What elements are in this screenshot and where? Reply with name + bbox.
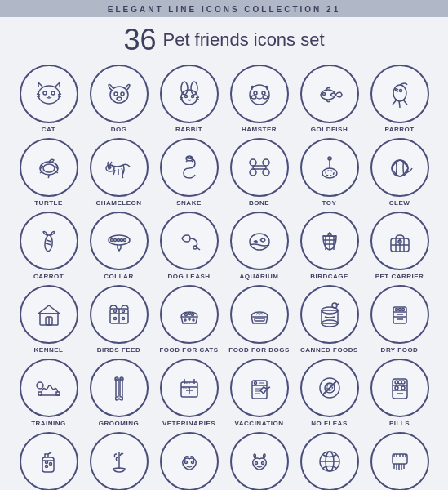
svg-point-42 [187,157,189,158]
icon-dog: DOG [86,65,153,133]
svg-point-44 [250,159,256,166]
svg-point-54 [392,160,408,176]
svg-point-45 [263,159,269,166]
icon-vaccination: VACCINATION [226,359,293,427]
svg-point-68 [193,246,197,249]
icons-grid: CAT DOG [7,61,441,490]
svg-point-1 [43,91,47,95]
svg-point-28 [393,85,406,101]
svg-point-27 [322,93,325,96]
svg-line-69 [197,247,200,250]
svg-rect-48 [253,166,266,169]
icon-wool-brushes: WOOL BRUSHES [366,432,433,490]
icon-carrot: CARROT [16,212,82,280]
icon-rabbit: RABBIT [156,65,223,133]
svg-point-23 [262,91,265,95]
icon-birds-feed: BIRDS FEED [86,285,153,354]
svg-point-114 [395,309,397,311]
svg-point-29 [399,90,401,92]
svg-line-3 [37,94,40,95]
icon-should-dogs: SHOULD DOGS [156,432,223,490]
svg-point-25 [263,96,268,99]
svg-point-93 [113,310,116,313]
icon-aquarium: AQUARIUM [226,212,293,280]
icon-veterinaries: VET HELP. VETERINARIES [156,359,223,427]
svg-point-65 [117,239,119,242]
svg-text:VET: VET [183,380,191,385]
icon-grooming: GROOMING [86,359,153,427]
top-bar: ELEGANT LINE ICONS COLLECTION 21 [0,0,448,17]
svg-point-47 [263,169,269,176]
svg-point-98 [184,314,187,316]
icon-food-for-cats: FOOD FOR CATS [156,285,223,354]
svg-rect-105 [255,318,264,321]
svg-point-99 [188,313,190,315]
icon-no-fleas: NO FLEAS [296,359,363,427]
svg-line-19 [196,97,199,98]
svg-point-63 [110,239,113,242]
svg-point-15 [184,96,187,98]
svg-point-151 [401,386,405,390]
icon-training: TRAINING [16,359,82,427]
svg-point-22 [254,91,257,95]
icon-food-for-dogs: FOOD FOR DOGS [226,285,293,354]
svg-point-163 [261,462,264,465]
svg-point-96 [122,318,124,320]
svg-point-0 [38,86,60,104]
svg-line-154 [48,452,51,454]
icon-cleaning: CLEANING [86,432,153,490]
svg-point-2 [51,91,55,95]
svg-line-40 [122,168,123,173]
icon-turtle: TURTLE [16,138,82,207]
svg-point-70 [250,234,269,250]
svg-line-5 [58,94,61,95]
title-text: Pet friends icons set [162,30,324,50]
icon-bone: BONE [226,138,293,207]
svg-point-162 [255,462,257,465]
icon-parrot: PARROT [366,65,433,133]
svg-point-43 [190,157,192,158]
svg-point-24 [251,96,256,99]
svg-point-150 [395,386,398,390]
svg-point-149 [401,381,405,384]
svg-point-16 [191,96,193,98]
svg-point-9 [114,92,118,96]
svg-point-103 [193,319,194,321]
svg-point-12 [181,90,197,105]
icon-clew: CLEW [366,138,433,207]
icon-chameleon: CHAMELEON [86,138,153,207]
icon-birdcage: BIRDCAGE [296,212,363,280]
svg-point-101 [184,319,186,321]
svg-line-55 [47,240,51,242]
svg-marker-86 [38,305,60,314]
svg-line-110 [335,304,339,305]
icon-cat: CAT [16,65,82,133]
svg-point-94 [122,310,124,313]
svg-point-67 [123,239,126,242]
svg-point-139 [254,382,256,385]
svg-rect-120 [38,392,42,395]
svg-point-155 [45,461,47,464]
icon-dry-food: DRY FOOD [366,285,433,354]
icon-canned-foods: CANNED FOODS [296,285,363,354]
svg-point-13 [181,82,188,95]
icon-goldfish: GOLDFISH [296,65,363,133]
svg-point-46 [250,169,256,176]
svg-text:HELP.: HELP. [181,385,190,390]
svg-point-95 [113,318,116,320]
svg-point-157 [45,466,47,468]
svg-line-56 [46,243,51,245]
svg-rect-124 [120,379,122,397]
title-row: 36 Pet friends icons set [123,17,324,61]
svg-point-161 [191,461,193,464]
icon-pet-carrier: PET CARRIER [366,212,433,280]
icon-ball: BALL [296,432,363,490]
svg-point-100 [191,314,193,316]
svg-point-122 [37,382,43,389]
svg-point-115 [398,309,401,311]
title-number: 36 [123,25,156,55]
svg-point-64 [113,239,116,242]
icon-kennel: KENNEL [16,285,82,354]
icon-pills: PILLS [366,359,433,427]
icon-hamster: HAMSTER [226,65,293,133]
